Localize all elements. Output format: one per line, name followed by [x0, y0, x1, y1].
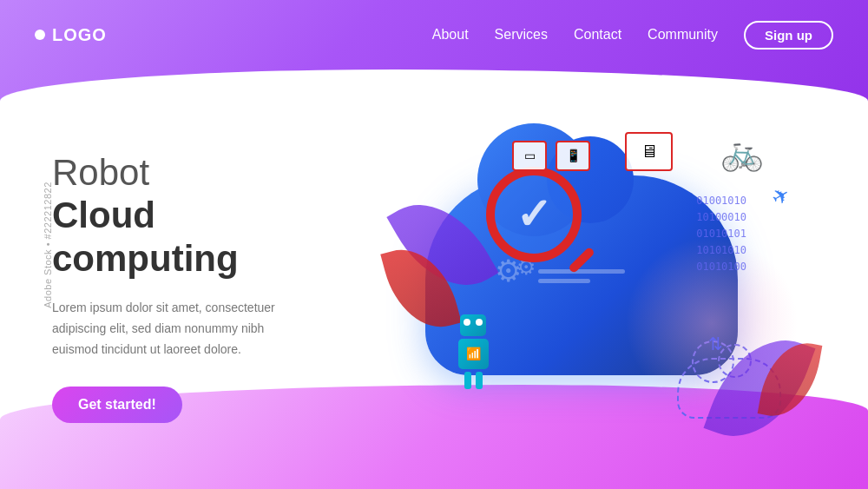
nav-community[interactable]: Community	[648, 27, 718, 43]
magnifier-circle: ✓	[486, 167, 582, 262]
robot-legs	[451, 372, 495, 389]
hero-title-light: Robot	[52, 153, 347, 193]
robot-leg-right	[476, 372, 483, 389]
robot-leg-left	[464, 372, 471, 389]
signup-button[interactable]: Sign up	[744, 21, 833, 50]
monitor-icon: 🖥	[625, 132, 673, 171]
hero-description: Lorem ipsum dolor sit amet, consectetuer…	[52, 298, 312, 360]
transfer-arrows-icon: ⇅	[708, 334, 723, 354]
logo-dot-icon	[35, 30, 45, 40]
wifi-icon: 📶	[466, 347, 481, 360]
binary-code-display: 01001010 10100010 01010101 10101010 0101…	[696, 193, 746, 276]
hero-illustration: ⚙ ⚙ ⇅ ▭ 📱 🖥 🚲 ✈ ✓	[382, 106, 816, 471]
content-area: Robot Cloud computing Lorem ipsum dolor …	[0, 87, 868, 489]
hero-left: Robot Cloud computing Lorem ipsum dolor …	[52, 153, 382, 422]
nav-contact[interactable]: Contact	[574, 27, 621, 43]
logo-text: LOGO	[52, 25, 107, 45]
bicycle-icon: 🚲	[720, 132, 764, 173]
robot-head	[460, 314, 486, 336]
nav-services[interactable]: Services	[495, 27, 548, 43]
phone-icon: 📱	[556, 141, 590, 171]
tablet-icon: ▭	[512, 141, 547, 171]
magnifier: ✓	[486, 167, 608, 288]
paper-plane-icon: ✈	[767, 181, 794, 210]
robot-body: 📶	[458, 339, 489, 369]
device-icons-group: ▭ 📱	[512, 141, 590, 171]
logo[interactable]: LOGO	[35, 25, 107, 45]
nav-about[interactable]: About	[432, 27, 469, 43]
hero-title-bold: Cloud computing	[52, 194, 347, 281]
magnifier-handle	[568, 246, 595, 274]
watermark-text: Adobe Stock • #222212822	[43, 182, 53, 308]
cta-button[interactable]: Get started!	[52, 387, 182, 423]
checkmark-icon: ✓	[516, 189, 552, 240]
navbar: LOGO About Services Contact Community Si…	[0, 0, 868, 69]
nav-links: About Services Contact Community Sign up	[432, 21, 833, 50]
robot-figure: 📶	[451, 314, 495, 401]
